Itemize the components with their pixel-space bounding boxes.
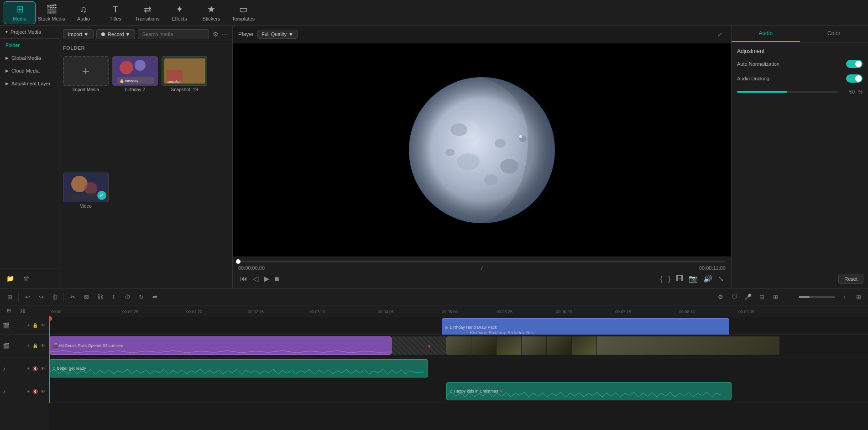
search-input[interactable] (138, 29, 209, 39)
toolbar-stickers[interactable]: ★ Stickers (195, 1, 227, 24)
templates-label: Templates (232, 16, 255, 21)
toolbar-media[interactable]: ⊞ Media (4, 1, 36, 24)
play-btn[interactable]: ▶ (262, 273, 271, 285)
reset-button[interactable]: Reset (838, 274, 863, 284)
frame-back-btn[interactable]: ◁ (251, 273, 260, 285)
tl-zoom-in-btn[interactable]: + (839, 291, 851, 303)
zoom-slider[interactable] (799, 296, 835, 298)
project-media-header[interactable]: ▼ Project Media (0, 26, 59, 39)
tl-protect-btn[interactable]: 🛡 (728, 291, 740, 303)
ducking-slider[interactable] (737, 91, 837, 93)
toolbar-audio[interactable]: ♫ Audio (68, 1, 99, 24)
ruler-2m15s: 00:02:15 (248, 309, 264, 314)
toolbar-titles[interactable]: T Titles (99, 1, 131, 24)
mark-out-btn[interactable]: } (666, 273, 672, 285)
tl-redo-btn[interactable]: ↪ (35, 291, 47, 303)
ruler-4m05s: 00:04:05 (378, 309, 394, 314)
tl-zoom-out-btn[interactable]: − (783, 291, 795, 303)
track0-eye-btn[interactable]: 👁 (40, 322, 46, 329)
transitions-icon: ⇄ (144, 4, 152, 15)
fullscreen-btn[interactable]: ⤢ (714, 28, 726, 40)
tl-snap-btn[interactable]: ⊞ (4, 291, 16, 303)
tl-more1-btn[interactable]: ⊟ (756, 291, 768, 303)
delete-folder-btn[interactable]: 🗑 (20, 272, 33, 285)
timeline-tracks-scroll[interactable]: 00:00 00:00:25 00:01:20 00:02:15 00:03:1… (49, 305, 868, 430)
audio-ducking-toggle[interactable] (846, 74, 863, 83)
sidebar-item-adjustment-layer[interactable]: ▶ Adjustment Layer (0, 77, 59, 90)
tl-undo-btn[interactable]: ↩ (21, 291, 33, 303)
track1-lock-btn[interactable]: 🔒 (31, 342, 39, 349)
track0-icon: 🎬 (3, 322, 10, 329)
video-mixed-clip[interactable] (446, 336, 779, 355)
hit-series-clip[interactable]: 🎬 Hit Series Pack Opener 03 Lumiere (49, 336, 392, 355)
progress-bar[interactable] (238, 261, 726, 262)
tl-settings-btn[interactable]: ⚙ (715, 291, 727, 303)
snapshot19-item[interactable]: snapshot Snapshot_19 (162, 56, 207, 169)
new-folder-btn[interactable]: 📁 (4, 272, 16, 285)
track2-mute-btn[interactable]: 🔇 (31, 365, 39, 372)
cloud-arrow: ▶ (5, 68, 9, 73)
tl-crop-btn[interactable]: ⊠ (80, 291, 92, 303)
track2-eye-btn[interactable]: 👁 (40, 365, 46, 372)
skip-back-btn[interactable]: ⏮ (238, 273, 249, 285)
audio-ducking-row: Audio Ducking (737, 74, 863, 83)
happy-kids-clip[interactable]: ♫ Happy kids in Christmas ♥ (446, 382, 732, 400)
track3-mute-btn[interactable]: 🔇 (31, 388, 39, 395)
birthday2-item[interactable]: 🎂 birthday birthday 2 (112, 56, 158, 169)
tab-audio[interactable]: Audio (732, 26, 800, 42)
add-track-btn[interactable]: ⊞ (3, 305, 15, 317)
time-display: 00:00:00.00 / 00:00:11:00 (238, 265, 726, 271)
auto-norm-toggle[interactable] (846, 60, 863, 68)
tl-text-btn[interactable]: T (108, 291, 120, 303)
track-link-btn[interactable]: ⛓ (16, 305, 28, 317)
track1-add-btn[interactable]: + (26, 342, 31, 349)
sidebar-item-folder[interactable]: Folder (0, 39, 59, 52)
tl-link-btn[interactable]: ⛓ (94, 291, 106, 303)
tl-grid-btn[interactable]: ⊞ (852, 291, 864, 303)
video-check-icon: ✓ (97, 191, 106, 200)
total-time: 00:00:11:00 (699, 265, 726, 271)
track3-add-btn[interactable]: + (26, 388, 31, 395)
snapshot-btn[interactable]: 🎞 (674, 273, 685, 285)
track-row-3: ♫ Happy kids in Christmas ♥ (49, 380, 868, 403)
tl-reverse-btn[interactable]: ⇌ (149, 291, 161, 303)
track2-add-btn[interactable]: + (26, 365, 31, 372)
sidebar-item-cloud-media[interactable]: ▶ Cloud Media (0, 64, 59, 77)
track0-lock-btn[interactable]: 🔒 (31, 322, 39, 329)
toolbar-stock-media[interactable]: 🎬 Stock Media (36, 1, 68, 24)
toolbar-effects[interactable]: ✦ Effects (163, 1, 195, 24)
tl-delete-btn[interactable]: 🗑 (49, 291, 61, 303)
more-btn[interactable]: ⋯ (222, 28, 229, 40)
track3-eye-btn[interactable]: 👁 (40, 388, 46, 395)
quality-select[interactable]: Full Quality ▼ (257, 30, 298, 39)
birthday-title-clip[interactable]: ⊞ Birthday Hand Draw Pack Birthday Birth… (442, 318, 729, 336)
import-media-item[interactable]: + Import Media (63, 56, 109, 169)
tab-color[interactable]: Color (800, 26, 868, 42)
stop-btn[interactable]: ■ (273, 273, 281, 285)
audio-btn[interactable]: 🔊 (701, 273, 714, 285)
filter-btn[interactable]: ⚙ (212, 28, 219, 40)
tl-timer-btn[interactable]: ⏱ (121, 291, 133, 303)
tl-more2-btn[interactable]: ⊞ (769, 291, 781, 303)
tl-mic-btn[interactable]: 🎤 (742, 291, 754, 303)
camera-btn[interactable]: 📷 (687, 273, 700, 285)
video-item[interactable]: ✓ Video (63, 173, 109, 285)
record-button[interactable]: Record ▼ (96, 29, 135, 39)
sidebar-item-global-media[interactable]: ▶ Global Media (0, 52, 59, 64)
tl-rotate-btn[interactable]: ↻ (135, 291, 147, 303)
toolbar-templates[interactable]: ▭ Templates (227, 1, 259, 24)
track1-eye-btn[interactable]: 👁 (40, 342, 46, 349)
toolbar-transitions[interactable]: ⇄ Transitions (131, 1, 163, 24)
better-get-ready-clip[interactable]: ♫ Better get ready (49, 359, 428, 378)
media-panel-header: Import ▼ Record ▼ ⚙ ⋯ (59, 26, 232, 43)
auto-norm-knob (855, 61, 862, 67)
tl-cut-btn[interactable]: ✂ (67, 291, 78, 303)
tl-sep1 (18, 293, 19, 302)
import-button[interactable]: Import ▼ (63, 29, 94, 39)
global-media-label: Global Media (11, 55, 41, 61)
snapshot19-thumb: snapshot (162, 56, 207, 86)
expand-btn[interactable]: ⤡ (716, 273, 726, 285)
track0-add-btn[interactable]: + (26, 322, 31, 329)
mark-in-btn[interactable]: { (658, 273, 664, 285)
ruler-5m00s: 00:05:00 (442, 309, 458, 314)
